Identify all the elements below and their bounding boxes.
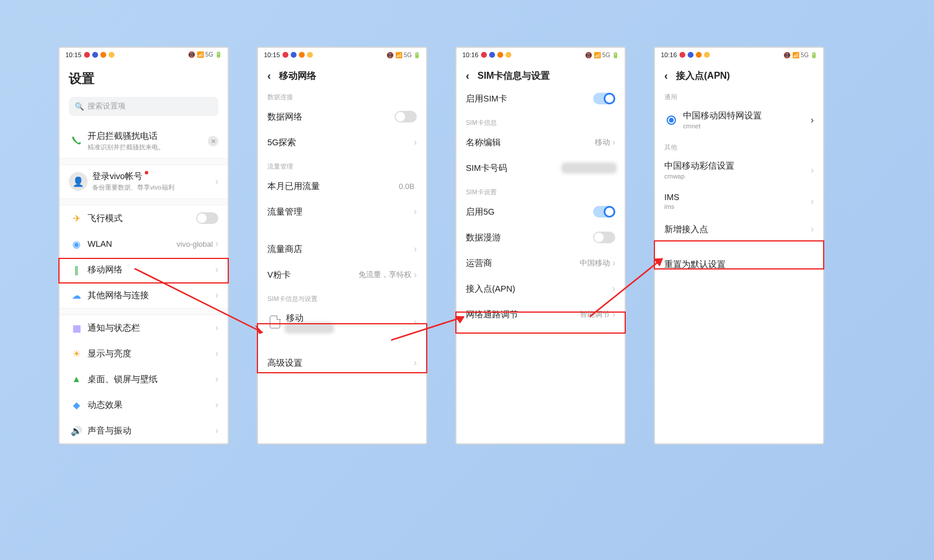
chevron-right-icon: ›	[811, 115, 814, 125]
row-new-apn[interactable]: 新增接入点 ›	[655, 216, 823, 242]
account-login[interactable]: 👤 登录vivo帐号 备份重要数据、尊享vivo福利 ›	[60, 165, 228, 199]
row-enable-sim[interactable]: 启用SIM卡	[456, 86, 625, 111]
chevron-right-icon: ›	[215, 239, 218, 249]
row-roaming[interactable]: 数据漫游	[456, 225, 625, 250]
header: ‹ 接入点(APN)	[655, 62, 823, 86]
wifi-icon: ◉	[72, 239, 81, 250]
status-time: 10:16	[661, 51, 677, 58]
block-call-intercept[interactable]: 开启拦截骚扰电话 精准识别并拦截骚扰来电。 ✕	[60, 124, 228, 158]
row-airplane-mode[interactable]: ✈ 飞行模式	[60, 205, 228, 231]
row-carrier[interactable]: 运营商 中国移动 ›	[456, 250, 625, 276]
radio-selected-icon[interactable]	[667, 116, 676, 125]
chevron-right-icon: ›	[414, 358, 417, 368]
phone-mobile-network: 10:15 📵 📶 5G 🔋 ‹ 移动网络 数据连接 数据网络 5G探索 › 流…	[257, 47, 427, 444]
row-label: 显示与亮度	[88, 348, 215, 359]
row-net-tune[interactable]: 网络通路调节 智能调节 ›	[456, 302, 625, 327]
row-label: 登录vivo帐号	[92, 171, 215, 182]
enable-5g-toggle[interactable]	[593, 206, 615, 218]
section-label: SIM卡信息	[456, 111, 625, 130]
row-label: 移动网络	[88, 264, 215, 275]
row-reset-default[interactable]: 重置为默认设置	[655, 251, 823, 277]
header: ‹ SIM卡信息与设置	[456, 62, 625, 86]
row-name-edit[interactable]: 名称编辑 移动 ›	[456, 130, 625, 155]
row-traffic-mgmt[interactable]: 流量管理 ›	[258, 199, 426, 225]
row-data-network[interactable]: 数据网络	[258, 104, 426, 130]
row-desktop[interactable]: ▲ 桌面、锁屏与壁纸 ›	[60, 366, 228, 392]
chevron-right-icon: ›	[215, 374, 218, 384]
back-button[interactable]: ‹	[267, 70, 271, 82]
row-display[interactable]: ☀ 显示与亮度 ›	[60, 341, 228, 366]
row-mobile-network[interactable]: ‖ 移动网络 ›	[60, 257, 228, 282]
status-indicators: 📵 📶 5G 🔋	[783, 52, 817, 58]
row-label: WLAN	[88, 239, 177, 249]
back-button[interactable]: ‹	[466, 70, 469, 82]
roaming-toggle[interactable]	[593, 232, 615, 243]
row-notifications[interactable]: ▦ 通知与状态栏 ›	[60, 315, 228, 341]
row-other-connections[interactable]: ☁ 其他网络与连接 ›	[60, 282, 228, 308]
row-motion[interactable]: ◆ 动态效果 ›	[60, 392, 228, 418]
row-advanced[interactable]: 高级设置 ›	[258, 350, 426, 376]
row-label: 移动	[286, 313, 414, 324]
back-button[interactable]: ‹	[664, 70, 668, 82]
search-input[interactable]: 🔍 搜索设置项	[69, 97, 218, 117]
row-label: 名称编辑	[466, 137, 595, 148]
chevron-right-icon: ›	[811, 165, 814, 176]
chevron-right-icon: ›	[414, 244, 417, 254]
status-dot-icon	[92, 52, 98, 58]
phone-apn: 10:16 📵 📶 5G 🔋 ‹ 接入点(APN) 通用 中国移动因特网设置 c…	[654, 47, 824, 444]
row-label: 高级设置	[267, 358, 414, 369]
row-wlan[interactable]: ◉ WLAN vivo-global ›	[60, 231, 228, 257]
row-sim-number[interactable]: SIM卡号码	[456, 155, 625, 181]
row-month-usage[interactable]: 本月已用流量 0.0B	[258, 173, 426, 199]
row-apn-cmnet[interactable]: 中国移动因特网设置 cmnet ›	[655, 104, 823, 136]
status-dot-icon	[497, 52, 503, 58]
sim-icon	[270, 316, 280, 328]
sound-icon: 🔊	[71, 425, 82, 436]
row-sound[interactable]: 🔊 声音与振动 ›	[60, 418, 228, 443]
airplane-icon: ✈	[73, 213, 81, 224]
row-enable-5g[interactable]: 启用5G	[456, 199, 625, 225]
section-label: 其他	[655, 136, 823, 154]
row-label: 接入点(APN)	[466, 284, 612, 295]
row-label: 流量商店	[267, 244, 414, 255]
enable-sim-toggle[interactable]	[593, 93, 615, 104]
close-icon[interactable]: ✕	[208, 136, 218, 146]
chevron-right-icon: ›	[215, 400, 218, 410]
row-label: 中国移动因特网设置	[683, 110, 811, 121]
section-label: 数据连接	[258, 86, 426, 104]
row-vcard[interactable]: V粉卡 免流量，享特权 ›	[258, 262, 426, 288]
row-apn-ims[interactable]: IMS ims ›	[655, 186, 823, 216]
status-bar: 10:16 📵 📶 5G 🔋	[456, 48, 625, 62]
row-traffic-store[interactable]: 流量商店 ›	[258, 236, 426, 262]
row-label: 5G探索	[267, 137, 414, 148]
signal-icon: ‖	[74, 264, 79, 275]
row-value: 免流量，享特权	[358, 270, 412, 280]
row-sub: 精准识别并拦截骚扰来电。	[88, 143, 208, 152]
row-label: 启用5G	[466, 206, 593, 218]
hidden-number	[286, 324, 333, 332]
row-label: 启用SIM卡	[466, 93, 593, 104]
row-apn[interactable]: 接入点(APN) ›	[456, 276, 625, 302]
chevron-right-icon: ›	[215, 264, 218, 275]
status-dot-icon	[109, 52, 114, 58]
section-label: 流量管理	[258, 155, 426, 173]
row-label: 运营商	[466, 258, 580, 269]
row-apn-cmwap[interactable]: 中国移动彩信设置 cmwap ›	[655, 154, 823, 186]
row-sim-card[interactable]: 移动 ›	[258, 306, 426, 338]
page-title: 移动网络	[279, 70, 316, 82]
row-label: 飞行模式	[88, 213, 196, 224]
data-toggle[interactable]	[395, 111, 417, 123]
row-label: 网络通路调节	[466, 309, 580, 320]
search-placeholder: 搜索设置项	[88, 101, 126, 111]
status-dot-icon	[291, 52, 297, 58]
brightness-icon: ☀	[72, 348, 81, 359]
row-sub: ims	[664, 203, 811, 210]
chevron-right-icon: ›	[811, 224, 814, 235]
chevron-right-icon: ›	[414, 270, 417, 280]
status-dot-icon	[299, 52, 305, 58]
status-indicators: 📵 📶 5G 🔋	[386, 52, 420, 58]
chevron-right-icon: ›	[215, 348, 218, 359]
status-bar: 10:15 📵 📶 5G 🔋	[258, 48, 426, 62]
row-5g-explore[interactable]: 5G探索 ›	[258, 130, 426, 155]
airplane-toggle[interactable]	[196, 212, 218, 224]
